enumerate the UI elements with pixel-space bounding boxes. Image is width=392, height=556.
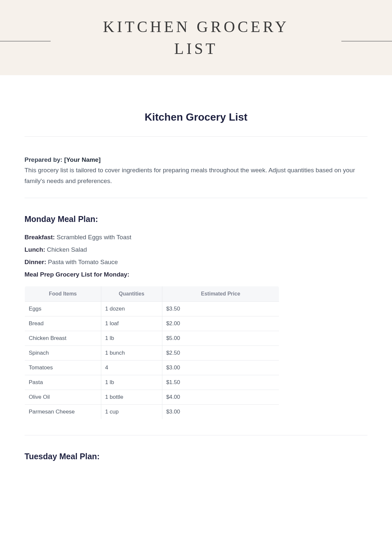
cell-item: Parmesan Cheese — [25, 404, 101, 419]
cell-qty: 1 bunch — [101, 345, 162, 360]
cell-qty: 1 lb — [101, 331, 162, 345]
table-row: Pasta 1 lb $1.50 — [25, 375, 279, 390]
cell-item: Olive Oil — [25, 390, 101, 404]
cell-price: $3.00 — [162, 404, 279, 419]
intro-text: This grocery list is tailored to cover i… — [24, 165, 368, 186]
monday-heading: Monday Meal Plan: — [24, 214, 368, 224]
monday-lunch: Lunch: Chicken Salad — [24, 246, 368, 253]
table-row: Tomatoes 4 $3.00 — [25, 360, 279, 375]
col-estimated-price: Estimated Price — [162, 286, 279, 301]
cell-item: Pasta — [25, 375, 101, 390]
page-title: Kitchen Grocery List — [24, 111, 368, 123]
cell-price: $3.50 — [162, 301, 279, 316]
lunch-value: Chicken Salad — [45, 246, 87, 253]
cell-item: Spinach — [25, 345, 101, 360]
cell-qty: 1 bottle — [101, 390, 162, 404]
monday-breakfast: Breakfast: Scrambled Eggs with Toast — [24, 234, 368, 241]
breakfast-label: Breakfast: — [24, 234, 55, 241]
cell-price: $5.00 — [162, 331, 279, 345]
banner: KITCHEN GROCERY LIST — [0, 0, 392, 75]
intro-block: Prepared by: [Your Name] This grocery li… — [24, 137, 368, 198]
cell-qty: 1 lb — [101, 375, 162, 390]
table-row: Parmesan Cheese 1 cup $3.00 — [25, 404, 279, 419]
table-row: Chicken Breast 1 lb $5.00 — [25, 331, 279, 345]
breakfast-value: Scrambled Eggs with Toast — [55, 234, 131, 241]
cell-price: $1.50 — [162, 375, 279, 390]
col-quantities: Quantities — [101, 286, 162, 301]
cell-qty: 1 dozen — [101, 301, 162, 316]
cell-qty: 1 cup — [101, 404, 162, 419]
cell-price: $3.00 — [162, 360, 279, 375]
col-food-items: Food Items — [25, 286, 101, 301]
monday-dinner: Dinner: Pasta with Tomato Sauce — [24, 259, 368, 266]
lunch-label: Lunch: — [24, 246, 45, 253]
cell-item: Bread — [25, 316, 101, 331]
dinner-label: Dinner: — [24, 259, 46, 265]
cell-price: $4.00 — [162, 390, 279, 404]
monday-table-label: Meal Prep Grocery List for Monday: — [24, 271, 368, 278]
cell-price: $2.50 — [162, 345, 279, 360]
dinner-value: Pasta with Tomato Sauce — [46, 259, 118, 265]
cell-item: Tomatoes — [25, 360, 101, 375]
table-row: Spinach 1 bunch $2.50 — [25, 345, 279, 360]
table-row: Olive Oil 1 bottle $4.00 — [25, 390, 279, 404]
table-row: Eggs 1 dozen $3.50 — [25, 301, 279, 316]
table-row: Bread 1 loaf $2.00 — [25, 316, 279, 331]
cell-price: $2.00 — [162, 316, 279, 331]
monday-section: Monday Meal Plan: Breakfast: Scrambled E… — [24, 198, 368, 435]
document-body: Kitchen Grocery List Prepared by: [Your … — [0, 75, 392, 484]
table-header-row: Food Items Quantities Estimated Price — [25, 286, 279, 301]
cell-qty: 1 loaf — [101, 316, 162, 331]
prepared-by-line: Prepared by: [Your Name] — [24, 155, 368, 165]
cell-item: Eggs — [25, 301, 101, 316]
prepared-by-value: [Your Name] — [64, 156, 101, 163]
prepared-by-label: Prepared by: — [24, 156, 64, 163]
tuesday-section: Tuesday Meal Plan: — [24, 435, 368, 461]
monday-grocery-table: Food Items Quantities Estimated Price Eg… — [24, 286, 279, 419]
cell-qty: 4 — [101, 360, 162, 375]
tuesday-heading: Tuesday Meal Plan: — [24, 452, 368, 461]
banner-title: KITCHEN GROCERY LIST — [98, 16, 294, 59]
cell-item: Chicken Breast — [25, 331, 101, 345]
